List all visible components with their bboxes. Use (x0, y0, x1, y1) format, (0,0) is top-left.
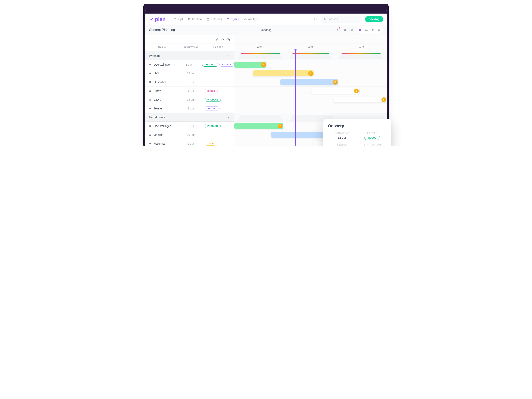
edit-icon[interactable] (215, 38, 219, 41)
popover-labels-label: LABELS (358, 132, 386, 135)
titlebar (145, 10, 387, 13)
task-name: Illustraties (154, 81, 166, 84)
avatar: F (278, 124, 283, 128)
task-estimate: 12 uur (179, 72, 203, 75)
users-icon (365, 28, 368, 32)
group-herfst-beurs[interactable]: Herfst beurs (145, 113, 234, 122)
task-bar[interactable]: D (311, 88, 360, 94)
puzzle-icon (359, 28, 362, 32)
task-estimate: 4 uur (179, 89, 203, 93)
task-row[interactable]: Illustraties 6 uur (145, 78, 234, 87)
popover-schatting-label: SCHATTING (328, 132, 356, 135)
list-icon (173, 18, 177, 21)
nav-kalender[interactable]: Kalender (207, 18, 222, 21)
backlog-button[interactable]: Backlog (365, 16, 383, 22)
task-estimate: 6 uur (179, 81, 203, 84)
nav-tijdlijn[interactable]: Tijdlijn (227, 18, 239, 21)
topbar: plan Lijst Kanban Kalender Tijdlijn (145, 13, 387, 25)
archive-button[interactable] (376, 27, 382, 33)
task-bar[interactable]: A (234, 62, 266, 68)
col-header-estimate: SCHATTING (179, 46, 203, 49)
puzzle-button[interactable] (357, 27, 363, 33)
tag-button[interactable] (370, 27, 376, 33)
eye-off-icon[interactable] (227, 38, 230, 41)
page-title: Content Planning (149, 28, 175, 32)
sidebar: NAAM SCHATTING LABELS Website Doelstelli… (145, 35, 234, 146)
task-name: UX/UI (154, 72, 161, 75)
task-name: Foto's (154, 89, 161, 93)
tag-icon (371, 28, 374, 32)
task-bar[interactable]: F (234, 123, 283, 129)
card-icon (149, 107, 152, 110)
card-icon (149, 63, 152, 66)
filter-button[interactable] (335, 27, 341, 33)
nav-lijst[interactable]: Lijst (173, 18, 183, 21)
label-pill: TEAM (205, 142, 216, 146)
task-bar[interactable]: C (280, 79, 338, 85)
nav-tijdlijn-label: Tijdlijn (231, 18, 239, 21)
today-link[interactable]: Vandaag (260, 28, 271, 32)
logo-check-icon (149, 16, 155, 22)
group-name: Website (149, 54, 227, 57)
label-pill: PRODUCT (205, 98, 221, 102)
task-row[interactable]: CTA's 12 uur PRODUCT (145, 95, 234, 104)
popover-schatting-value: 12 uur (328, 136, 356, 139)
task-estimate: 12 uur (179, 98, 203, 101)
card-icon (149, 72, 152, 75)
col-header-labels: LABELS (203, 46, 234, 49)
task-name: Ontwerp (154, 133, 164, 136)
group-website[interactable]: Website (145, 51, 234, 60)
search-box[interactable] (321, 16, 363, 23)
group-name: Herfst beurs (149, 115, 227, 119)
tools-button[interactable] (349, 27, 355, 33)
search-input[interactable] (329, 18, 359, 21)
card-icon (149, 133, 152, 136)
avatar: C (333, 80, 338, 85)
timeline-icon (227, 18, 230, 21)
task-row[interactable]: UX/UI 12 uur (145, 69, 234, 78)
nav-analyse[interactable]: Analyse (244, 18, 258, 21)
label-pill: ARTIKEL (205, 107, 220, 110)
task-estimate: 8 uur (177, 63, 200, 66)
card-icon (149, 81, 152, 83)
task-row[interactable]: Teksten 2 uur ARTIKEL (145, 104, 234, 113)
task-estimate: 5 uur (179, 142, 203, 145)
filter-icon (336, 28, 339, 32)
toolbar-pill (356, 26, 383, 34)
subheader: Content Planning Vandaag (145, 25, 387, 35)
card-icon (149, 89, 152, 92)
task-row[interactable]: Doelstellingen 6 uur PRODUCT (145, 122, 234, 130)
eye-icon[interactable] (221, 38, 224, 41)
logo[interactable]: plan (149, 16, 165, 22)
label-pill: PRODUCT (205, 124, 221, 128)
app-window: plan Lijst Kanban Kalender Tijdlijn (145, 10, 387, 146)
nav-kanban-label: Kanban (192, 18, 202, 21)
task-row[interactable]: Foto's 4 uur SPOED (145, 87, 234, 95)
filter-indicator-dot (339, 27, 340, 29)
task-bar[interactable]: E (334, 97, 387, 103)
fullscreen-button[interactable] (312, 16, 318, 22)
nav-kalender-label: Kalender (211, 18, 222, 21)
task-row[interactable]: Doelstellingen 8 uur PRODUCTARTIKEL (145, 60, 234, 69)
popover-startdatum-label: STARTDATUM (358, 143, 386, 146)
task-name: Materiaal (154, 142, 165, 145)
nav-lijst-label: Lijst (178, 18, 183, 21)
week-header: W22 (285, 44, 336, 51)
popover-label-pill: PRODUCT (364, 136, 380, 140)
task-name: Teksten (154, 107, 163, 110)
avatar: E (381, 97, 386, 102)
task-name: Doelstellingen (154, 63, 171, 66)
week-header: W21 (234, 44, 285, 51)
nav-kanban[interactable]: Kanban (188, 18, 202, 21)
chevron-down-icon (227, 116, 230, 119)
card-icon (149, 125, 152, 127)
popover-status-label: STATUS (328, 143, 356, 146)
team-button[interactable] (363, 27, 369, 33)
task-row[interactable]: Ontwerp 10 uur (145, 130, 234, 139)
fullscreen-icon (314, 18, 317, 21)
task-bar[interactable]: B (253, 70, 314, 76)
archive-icon (378, 28, 381, 32)
visibility-button[interactable] (342, 27, 348, 33)
eye-icon (343, 28, 347, 32)
task-row[interactable]: Materiaal 5 uur TEAM (145, 139, 234, 146)
